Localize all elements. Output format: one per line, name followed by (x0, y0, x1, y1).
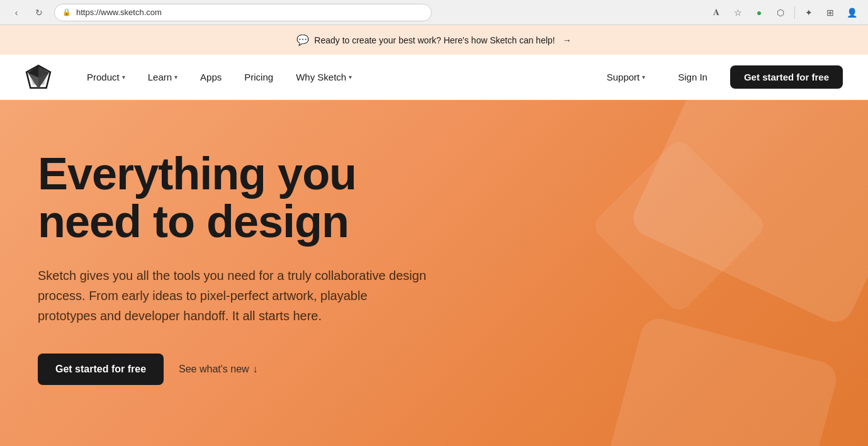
see-new-text: See what's new (179, 364, 249, 375)
grid-icon[interactable]: ⊞ (821, 4, 839, 21)
promo-banner[interactable]: 💬 Ready to create your best work? Here's… (0, 25, 868, 55)
hero-cta-button[interactable]: Get started for free (38, 354, 164, 385)
nav-learn-label: Learn (148, 72, 172, 82)
browser-nav-buttons: ‹ ↻ (8, 4, 48, 21)
sketch-logo-icon (25, 64, 52, 91)
address-bar[interactable]: 🔒 https://www.sketch.com (54, 4, 432, 21)
nav-product-label: Product (87, 72, 120, 82)
extensions-icon[interactable]: ⬡ (772, 4, 789, 21)
hero-title-line1: Everything you (38, 148, 356, 199)
browser-chrome: ‹ ↻ 🔒 https://www.sketch.com 𝐀 ☆ ● ⬡ ✦ ⊞… (0, 0, 868, 25)
user-icon[interactable]: 👤 (843, 4, 860, 21)
see-new-arrow-icon: ↓ (253, 364, 258, 375)
see-whats-new-link[interactable]: See what's new ↓ (179, 364, 258, 375)
sign-in-button[interactable]: Sign In (665, 67, 720, 87)
hero-title-line2: need to design (38, 196, 349, 247)
why-sketch-chevron-icon: ▾ (349, 74, 352, 81)
navbar-cta-label: Get started for free (744, 72, 829, 82)
hero-content: Everything you need to design Sketch giv… (38, 150, 478, 385)
main-navbar: Product ▾ Learn ▾ Apps Pricing Why Sketc… (0, 55, 868, 100)
nav-links: Product ▾ Learn ▾ Apps Pricing Why Sketc… (77, 67, 597, 87)
nav-right-section: Support ▾ Sign In Get started for free (597, 65, 843, 89)
nav-apps[interactable]: Apps (190, 67, 232, 87)
nav-support-label: Support (607, 72, 640, 82)
support-chevron-icon: ▾ (642, 74, 645, 81)
refresh-button[interactable]: ↻ (30, 4, 48, 21)
navbar-cta-button[interactable]: Get started for free (730, 65, 843, 89)
bookmark-icon[interactable]: ☆ (729, 4, 747, 21)
nav-pricing[interactable]: Pricing (234, 67, 283, 87)
hero-title: Everything you need to design (38, 150, 478, 245)
lock-icon: 🔒 (62, 8, 71, 16)
font-size-icon[interactable]: 𝐀 (707, 4, 725, 21)
url-text: https://www.sketch.com (76, 8, 162, 17)
profile-icon[interactable]: ● (750, 4, 768, 21)
banner-icon: 💬 (296, 34, 309, 46)
nav-why-sketch-label: Why Sketch (296, 72, 346, 82)
hero-actions: Get started for free See what's new ↓ (38, 354, 478, 385)
signin-label: Sign In (678, 72, 707, 82)
hero-shape-2 (594, 315, 840, 446)
browser-toolbar-icons: 𝐀 ☆ ● ⬡ ✦ ⊞ 👤 (707, 4, 860, 21)
product-chevron-icon: ▾ (122, 74, 125, 81)
hero-cta-label: Get started for free (55, 364, 146, 374)
nav-product[interactable]: Product ▾ (77, 67, 135, 87)
hero-subtitle: Sketch gives you all the tools you need … (38, 265, 428, 326)
nav-why-sketch[interactable]: Why Sketch ▾ (286, 67, 362, 87)
nav-apps-label: Apps (200, 72, 222, 82)
banner-arrow: → (563, 35, 572, 45)
nav-learn[interactable]: Learn ▾ (138, 67, 188, 87)
hero-decorative-shapes (553, 100, 868, 446)
back-button[interactable]: ‹ (8, 4, 25, 21)
banner-text: Ready to create your best work? Here's h… (314, 35, 555, 45)
nav-pricing-label: Pricing (244, 72, 273, 82)
logo[interactable] (25, 64, 52, 91)
star-icon[interactable]: ✦ (800, 4, 818, 21)
hero-section: Everything you need to design Sketch giv… (0, 100, 868, 446)
separator (794, 6, 795, 19)
learn-chevron-icon: ▾ (174, 74, 178, 81)
nav-support[interactable]: Support ▾ (597, 67, 656, 87)
